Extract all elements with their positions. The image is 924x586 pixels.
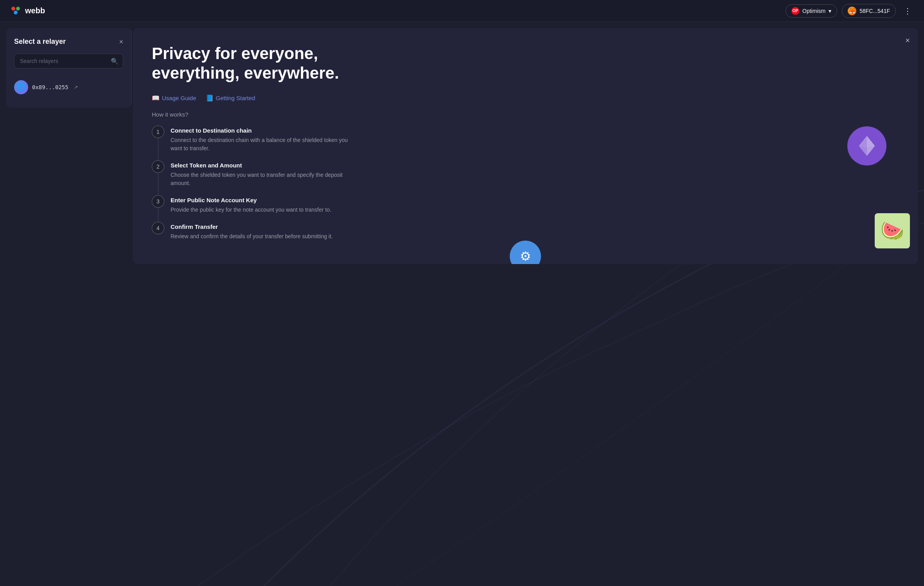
svg-point-4 bbox=[17, 7, 19, 10]
info-modal: × Privacy for everyone, everything, ever… bbox=[133, 28, 918, 264]
ethereum-decoration bbox=[847, 126, 886, 165]
relayer-panel-header: Select a relayer × bbox=[14, 38, 123, 46]
step-title: Enter Public Note Account Key bbox=[171, 197, 331, 203]
info-modal-title: Privacy for everyone, everything, everyw… bbox=[152, 44, 386, 83]
step-description: Provide the public key for the note acco… bbox=[171, 206, 331, 214]
step-description: Choose the shielded token you want to tr… bbox=[171, 171, 351, 187]
step-content: Enter Public Note Account Key Provide th… bbox=[171, 195, 331, 214]
step-title: Select Token and Amount bbox=[171, 162, 351, 169]
tab-getting-started-label: Getting Started bbox=[216, 95, 255, 101]
close-icon: × bbox=[119, 38, 123, 46]
usage-guide-icon: 📖 bbox=[152, 94, 160, 102]
relayer-address-text: 0x89...0255 bbox=[32, 84, 68, 90]
chevron-down-icon: ▾ bbox=[829, 8, 831, 14]
main-content: Select a relayer × 🔍 🌐 0x89...0255 ↗ × P… bbox=[0, 22, 924, 586]
getting-started-icon: 📘 bbox=[206, 94, 214, 102]
relayer-panel-title: Select a relayer bbox=[14, 38, 66, 46]
app-logo-text: webb bbox=[25, 6, 45, 15]
step-description: Connect to the destination chain with a … bbox=[171, 136, 351, 153]
search-icon: 🔍 bbox=[111, 58, 119, 65]
step-title: Confirm Transfer bbox=[171, 223, 333, 230]
info-modal-tabs: 📖 Usage Guide 📘 Getting Started bbox=[152, 94, 899, 102]
app-header: webb OP Optimism ▾ 🦊 58FC...541F ⋮ bbox=[0, 0, 924, 22]
relayer-avatar-icon: 🌐 bbox=[14, 80, 28, 94]
how-it-works-label: How it works? bbox=[152, 111, 899, 118]
step-item: 1 Connect to Destination chain Connect t… bbox=[152, 126, 899, 160]
info-modal-close-button[interactable]: × bbox=[905, 36, 910, 45]
wallet-button[interactable]: 🦊 58FC...541F bbox=[842, 4, 896, 18]
relayer-panel-close-button[interactable]: × bbox=[119, 38, 123, 45]
logo-area: webb bbox=[9, 5, 45, 17]
webb-logo-icon bbox=[9, 5, 22, 17]
tab-usage-guide-label: Usage Guide bbox=[162, 95, 196, 101]
step-content: Select Token and Amount Choose the shiel… bbox=[171, 160, 351, 187]
wallet-avatar-icon: 🦊 bbox=[848, 7, 856, 15]
relayer-search-box: 🔍 bbox=[14, 54, 123, 68]
close-icon: × bbox=[905, 36, 910, 45]
step-item: 2 Select Token and Amount Choose the shi… bbox=[152, 160, 899, 195]
watermelon-decoration: 🍉 bbox=[875, 213, 910, 248]
relayer-list-item[interactable]: 🌐 0x89...0255 ↗ bbox=[14, 76, 123, 98]
steps-list: 1 Connect to Destination chain Connect t… bbox=[152, 126, 899, 248]
step-number: 4 bbox=[152, 222, 164, 234]
relayer-search-input[interactable] bbox=[14, 54, 123, 68]
network-selector-button[interactable]: OP Optimism ▾ bbox=[786, 4, 837, 18]
more-options-button[interactable]: ⋮ bbox=[901, 5, 915, 17]
svg-marker-8 bbox=[859, 136, 867, 148]
wallet-address: 58FC...541F bbox=[859, 8, 890, 14]
step-item: 3 Enter Public Note Account Key Provide … bbox=[152, 195, 899, 222]
step-description: Review and confirm the details of your t… bbox=[171, 232, 333, 241]
external-link-icon[interactable]: ↗ bbox=[74, 84, 78, 90]
network-label: Optimism bbox=[802, 8, 825, 14]
more-icon: ⋮ bbox=[904, 7, 911, 15]
header-controls: OP Optimism ▾ 🦊 58FC...541F ⋮ bbox=[786, 4, 915, 18]
step-content: Connect to Destination chain Connect to … bbox=[171, 126, 351, 153]
tab-getting-started[interactable]: 📘 Getting Started bbox=[206, 94, 255, 102]
svg-point-5 bbox=[14, 11, 17, 14]
step-content: Confirm Transfer Review and confirm the … bbox=[171, 222, 333, 241]
network-icon: OP bbox=[791, 7, 799, 15]
step-title: Connect to Destination chain bbox=[171, 127, 351, 134]
svg-marker-7 bbox=[867, 136, 875, 148]
step-number: 1 bbox=[152, 126, 164, 138]
tab-usage-guide[interactable]: 📖 Usage Guide bbox=[152, 94, 196, 102]
relayer-panel: Select a relayer × 🔍 🌐 0x89...0255 ↗ bbox=[6, 28, 131, 108]
svg-point-3 bbox=[12, 7, 14, 10]
search-icon-button[interactable]: 🔍 bbox=[111, 58, 119, 65]
step-number: 3 bbox=[152, 195, 164, 208]
step-number: 2 bbox=[152, 160, 164, 173]
